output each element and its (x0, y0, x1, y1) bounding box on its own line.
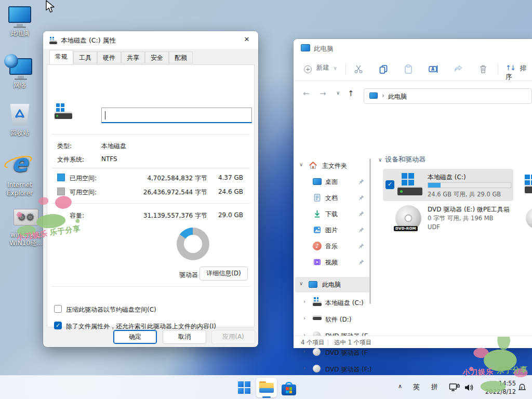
desktop-icon-this-pc[interactable]: 此电脑 (0, 6, 39, 37)
ime-name-indicator[interactable]: 拼 (431, 382, 438, 392)
drive-fs: UDF (428, 223, 440, 231)
desktop-icon-win11-restore[interactable]: ⚙⚙ win11恢复 WIN10经... (6, 209, 46, 247)
sidebar-scrollbar[interactable] (369, 158, 371, 304)
volume-label-input[interactable] (101, 108, 252, 123)
sort-button[interactable]: ↑↓ 排序 (506, 64, 532, 82)
tab-tools[interactable]: 工具 (73, 51, 97, 63)
desktop-icon-network[interactable]: 网络 (0, 54, 39, 89)
active-indicator (262, 396, 271, 398)
tab-sharing[interactable]: 共享 (121, 51, 145, 63)
drive-c-icon (49, 37, 57, 44)
close-icon[interactable]: ✕ (242, 35, 252, 45)
sidebar-item-music[interactable]: ♪ 音乐 (295, 238, 371, 254)
tray-chevron-icon[interactable]: ∧ (398, 383, 402, 390)
delete-icon[interactable] (478, 64, 488, 74)
this-pc-icon (8, 6, 31, 23)
drive-name: DVD 驱动器 (E:) 微PE工具箱 (428, 205, 510, 214)
compress-checkbox[interactable] (54, 305, 62, 313)
section-devices-and-drives[interactable]: ∨设备和驱动器 (378, 155, 425, 164)
desktop-icon-label-line2: Explorer (0, 189, 39, 197)
sidebar-item-local-disk-c[interactable]: › 本地磁盘 (C:) (295, 295, 371, 311)
expander-icon[interactable]: ∨ (299, 281, 303, 286)
tray-date: 2022/8/12 (485, 388, 516, 396)
expander-icon[interactable]: › (303, 315, 305, 321)
rename-icon[interactable]: A (428, 64, 438, 74)
taskbar-explorer-button[interactable] (256, 378, 277, 397)
start-button[interactable] (234, 378, 255, 397)
sidebar-item-this-pc[interactable]: ∨ 此电脑 (295, 277, 371, 292)
copy-icon[interactable] (378, 64, 389, 74)
tab-general[interactable]: 常规 (49, 50, 73, 64)
ime-mode-indicator[interactable]: 英 (413, 382, 420, 392)
index-checkbox[interactable]: ✓ (54, 322, 62, 329)
sidebar-item-label: 视频 (325, 258, 338, 267)
expander-icon[interactable]: › (303, 299, 305, 304)
tray-clock[interactable]: 14:55 2022/8/12 (485, 379, 516, 396)
network-tray-icon[interactable] (449, 382, 460, 393)
sidebar-item-videos[interactable]: 视频 (295, 255, 371, 270)
new-button[interactable]: + 新建 ∨ (304, 63, 337, 73)
tab-security[interactable]: 安全 (145, 51, 169, 63)
share-icon[interactable] (453, 64, 463, 74)
history-chevron[interactable]: ∨ (336, 90, 340, 96)
expander-icon[interactable]: › (303, 365, 305, 371)
forward-button[interactable]: → (320, 89, 326, 98)
tab-quota[interactable]: 配额 (169, 51, 193, 63)
sidebar-item-drive-d[interactable]: › 软件 (D:) (295, 312, 371, 327)
drive-c-icon (313, 297, 322, 306)
sidebar-item-home[interactable]: ∨ 主文件夹 (295, 158, 371, 174)
dvd-e-tile[interactable]: DVD-ROM DVD 驱动器 (E:) 微PE工具箱 0 字节 可用, 共 1… (383, 203, 513, 233)
sidebar-item-documents[interactable]: 文档 (295, 190, 371, 206)
explorer-titlebar[interactable]: 此电脑 (294, 39, 532, 58)
tab-hardware[interactable]: 硬件 (97, 51, 121, 63)
recycle-bin-icon (9, 104, 30, 126)
details-button[interactable]: 详细信息(D) (200, 267, 248, 281)
up-button[interactable]: ↑ (348, 89, 354, 98)
toolbar-divider (345, 63, 346, 75)
section-chevron-icon[interactable]: ∨ (378, 157, 382, 163)
sidebar-item-label: 软件 (D:) (325, 315, 351, 324)
partial-drive-d-icon[interactable] (525, 175, 532, 193)
breadcrumb-item[interactable]: 此电脑 (388, 92, 407, 101)
home-icon (309, 161, 317, 170)
item-checkbox[interactable]: ✓ (385, 180, 394, 189)
free-space-label: 可用空间: (70, 188, 97, 197)
sidebar-item-desktop[interactable]: 桌面 (295, 174, 371, 190)
dialog-titlebar[interactable]: 本地磁盘 (C:) 属性 ✕ (43, 31, 258, 49)
expander-icon[interactable]: ∨ (299, 162, 303, 167)
drive-info: 24.6 GB 可用, 共 29.0 GB (428, 191, 501, 198)
sidebar-item-downloads[interactable]: 下载 (295, 206, 371, 222)
chevron-down-icon: ∨ (334, 65, 337, 71)
address-bar[interactable]: › 此电脑 (364, 88, 532, 104)
filesystem-value: NTFS (101, 155, 117, 163)
expander-icon[interactable]: › (303, 349, 305, 354)
compress-checkbox-label: 压缩此驱动器以节约磁盘空间(C) (66, 305, 156, 314)
desktop-icon-internet-explorer[interactable]: e Internet Explorer (0, 150, 39, 197)
sidebar-item-pictures[interactable]: 图片 (295, 222, 371, 238)
desktop-icon-recycle-bin[interactable]: 回收站 (0, 104, 39, 137)
desktop-icon-label-line2: WIN10经... (6, 239, 46, 247)
paste-icon[interactable] (403, 64, 414, 74)
taskbar-store-button[interactable] (278, 378, 299, 397)
volume-icon[interactable] (464, 383, 474, 392)
svg-text:z: z (521, 385, 523, 389)
bell-icon[interactable]: z (517, 383, 527, 392)
pin-icon (358, 243, 365, 249)
pin-icon (358, 227, 365, 233)
partial-dvd-f-icon[interactable] (526, 208, 532, 229)
gears-icon: ⚙⚙ (14, 209, 38, 225)
desktop-icon-label: 此电脑 (0, 29, 39, 37)
sidebar-item-label: 音乐 (325, 242, 338, 251)
dvd-icon (313, 348, 321, 356)
drive-c-tile[interactable]: ✓ 本地磁盘 (C:) 24.6 GB 可用, 共 29.0 GB (383, 169, 513, 201)
apply-button[interactable]: 应用(A) (211, 330, 255, 344)
status-item-count: 4 个项目 (301, 339, 324, 347)
back-button[interactable]: ← (303, 89, 310, 98)
used-space-size: 4.37 GB (218, 174, 243, 181)
pin-icon (358, 178, 365, 185)
cancel-button[interactable]: 取消 (163, 330, 206, 344)
windows-logo-icon (238, 381, 250, 394)
drive-icon (313, 317, 322, 326)
cut-icon[interactable] (353, 64, 364, 74)
ok-button[interactable]: 确定 (113, 330, 157, 344)
